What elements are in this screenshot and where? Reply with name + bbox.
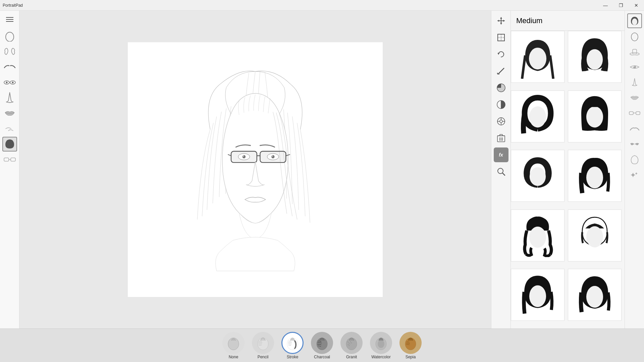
style-charcoal[interactable]: Charcoal xyxy=(309,332,335,359)
style-sepia-label: Sepia xyxy=(406,355,416,359)
style-stroke-preview xyxy=(284,335,301,351)
far-right-chin-button[interactable] xyxy=(627,152,642,167)
style-charcoal-thumb xyxy=(311,332,333,354)
hair-style-4[interactable] xyxy=(568,90,622,142)
titlebar-left: PortraitPad xyxy=(0,3,23,8)
transform-tool-button[interactable] xyxy=(494,114,508,129)
far-right-stars-button[interactable]: ✦ ✦ xyxy=(627,168,642,182)
style-sepia-preview xyxy=(402,335,419,351)
move-tool-button[interactable] xyxy=(494,13,508,28)
style-granit-thumb xyxy=(340,332,363,354)
style-none[interactable]: None xyxy=(220,332,247,359)
svg-point-71 xyxy=(633,66,634,67)
sidebar-item-nose[interactable] xyxy=(2,90,17,105)
close-button[interactable]: ✕ xyxy=(629,0,644,11)
hair-style-6[interactable] xyxy=(568,150,622,202)
hair-style-3[interactable] xyxy=(511,90,565,142)
sidebar-item-eyebrows[interactable] xyxy=(2,60,17,74)
maximize-button[interactable]: ❐ xyxy=(613,0,629,11)
hair-style-2[interactable] xyxy=(568,31,622,83)
far-right-face-icon xyxy=(630,31,640,41)
svg-point-92 xyxy=(349,345,350,346)
far-right-nose-button[interactable] xyxy=(627,75,642,90)
hair-style-10[interactable] xyxy=(568,269,622,321)
far-right-mouth-button[interactable] xyxy=(627,90,642,105)
style-watercolor[interactable]: Watercolor xyxy=(368,332,394,359)
hair-style-1[interactable] xyxy=(511,31,565,83)
sidebar-item-eyes[interactable] xyxy=(2,75,17,90)
fx-tool-button[interactable]: fx xyxy=(494,147,508,162)
lips-icon xyxy=(4,109,16,117)
hair-panel-header: Medium xyxy=(511,11,625,31)
move-icon xyxy=(497,16,505,25)
style-pencil-label: Pencil xyxy=(258,355,269,359)
hair-style-8[interactable] xyxy=(568,209,622,261)
hair-style-5[interactable] xyxy=(511,150,565,202)
style-sepia[interactable]: Sepia xyxy=(397,332,424,359)
style-stroke-label: Stroke xyxy=(287,355,299,359)
portrait-svg xyxy=(175,64,336,275)
hair-style-5-preview xyxy=(518,154,558,198)
style-watercolor-preview xyxy=(373,335,389,351)
hair-style-1-preview xyxy=(518,35,558,79)
rotate-tool-button[interactable] xyxy=(494,47,508,62)
far-right-glasses-button[interactable] xyxy=(627,106,642,121)
far-right-eye-button[interactable] xyxy=(627,60,642,74)
style-none-thumb xyxy=(222,332,245,354)
far-right-hair-button[interactable] xyxy=(627,13,642,28)
sidebar-item-wrinkles[interactable] xyxy=(2,121,17,136)
svg-marker-24 xyxy=(500,23,502,24)
far-right-mustache-button[interactable] xyxy=(627,137,642,152)
far-right-eye-icon xyxy=(630,64,640,70)
sidebar-item-face[interactable] xyxy=(2,29,17,44)
slant-tool-button[interactable] xyxy=(494,64,508,78)
far-right-stars-icon: ✦ ✦ xyxy=(630,170,639,180)
resize-tool-button[interactable] xyxy=(494,30,508,45)
style-pencil-thumb xyxy=(252,332,274,354)
menu-button[interactable] xyxy=(2,12,17,27)
hair-style-9[interactable] xyxy=(511,269,565,321)
nose-icon xyxy=(5,92,14,104)
far-right-panel: ✦ ✦ xyxy=(625,11,644,328)
transform-icon xyxy=(497,117,505,126)
titlebar: PortraitPad — ❐ ✕ xyxy=(0,0,644,11)
hair-panel: Medium xyxy=(511,11,625,328)
style-stroke-thumb xyxy=(281,332,304,354)
hair-style-7[interactable] xyxy=(511,209,565,261)
hair-style-7-preview xyxy=(518,214,558,257)
svg-point-57 xyxy=(586,49,602,69)
right-tool-panel: fx xyxy=(491,11,511,328)
delete-icon xyxy=(497,134,505,142)
sidebar-item-ears[interactable] xyxy=(2,44,17,59)
svg-point-37 xyxy=(497,84,505,92)
texture-icon xyxy=(496,83,506,93)
sidebar-item-hair[interactable] xyxy=(2,137,17,152)
texture-tool-button[interactable] xyxy=(494,80,508,95)
svg-point-62 xyxy=(529,227,546,248)
left-sidebar xyxy=(0,11,19,328)
style-pencil[interactable]: Pencil xyxy=(250,332,276,359)
delete-tool-button[interactable] xyxy=(494,131,508,145)
svg-point-96 xyxy=(378,340,384,348)
zoom-tool-button[interactable] xyxy=(494,164,508,179)
minimize-button[interactable]: — xyxy=(598,0,613,11)
style-granit[interactable]: Granit xyxy=(338,332,365,359)
far-right-face-button[interactable] xyxy=(627,29,642,44)
sidebar-item-glasses[interactable] xyxy=(2,152,17,167)
eyebrows-icon xyxy=(4,64,16,70)
far-right-eyebrow-button[interactable] xyxy=(627,121,642,136)
svg-point-41 xyxy=(500,120,502,123)
svg-line-55 xyxy=(502,173,505,175)
svg-point-63 xyxy=(586,226,603,247)
fx-label: fx xyxy=(499,152,503,158)
svg-point-2 xyxy=(6,82,7,83)
contrast-tool-button[interactable] xyxy=(494,97,508,112)
far-right-chin-icon xyxy=(630,155,639,164)
style-stroke[interactable]: Stroke xyxy=(279,332,306,359)
svg-point-89 xyxy=(348,343,349,343)
far-right-hat-button[interactable] xyxy=(627,44,642,59)
slant-icon xyxy=(497,67,505,75)
sidebar-item-lips[interactable] xyxy=(2,106,17,121)
svg-point-19 xyxy=(271,155,275,159)
far-right-mouth-icon xyxy=(630,95,640,101)
